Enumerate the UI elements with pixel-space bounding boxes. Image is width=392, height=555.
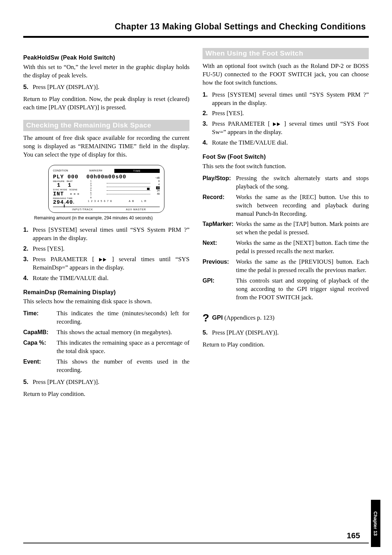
step-number: 1. [23,226,33,234]
step-text: Press [PLAY (DISPLAY)]. [33,378,189,386]
footswitch-step5: 5. Press [PLAY (DISPLAY)]. [203,329,369,337]
svg-marker-2 [273,122,276,126]
step-text: Press [SYSTEM] several times until “SYS … [33,226,189,243]
def-desc: This indicates the remaining space as a … [57,339,189,356]
step-text: Press PARAMETER [ ] several times until … [212,120,369,137]
lcd-frame: CONDITION MARKER# TIME PLY 000 MEASURE 1 [48,165,164,213]
def-term: Record: [203,193,236,201]
def-desc: This indicates the time (minutes/seconds… [57,309,189,326]
lcd-db-label: −dB [152,177,160,180]
lcd-db4: 4 [152,183,160,186]
def-term: Play/Stop: [203,174,236,182]
def-desc: Works the same as the [REC] button. Use … [236,193,369,218]
def-term: Previous: [203,258,236,266]
step-text: Press [YES]. [33,245,189,253]
step-number: 2. [203,109,212,118]
remaindsp-heading: RemainDsp (Remaining Display) [23,288,189,296]
remaindsp-defs: Time: This indicates the time (minutes/s… [23,309,189,374]
lcd-condition-label: CONDITION [53,169,68,172]
lcd-input-track: INPUT/TRACK [53,208,112,211]
def-term: Next: [203,239,236,247]
step-2: 2. Press [YES]. [203,109,369,118]
lcd-beat: 1 [67,183,73,188]
footsw-body: This sets the foot switch function. [203,162,369,171]
lcd-time-label: TIME [114,169,160,173]
step-5: 5. Press [PLAY (DISPLAY)]. [23,83,189,92]
def-next: Next: Works the same as the [NEXT] butto… [203,239,369,256]
forward-icon [99,258,107,262]
footsw-heading: Foot Sw (Foot Switch) [203,153,369,161]
lcd-ab: A B [125,199,138,203]
step-text: Press [YES]. [212,109,369,118]
footer-rule [23,543,369,543]
svg-marker-3 [277,122,280,126]
footsw-defs: Play/Stop: Pressing the switch alternate… [203,174,369,302]
step-text: Press [SYSTEM] several times until “SYS … [212,91,369,108]
step-text: Press [PLAY (DISPLAY)]. [212,329,369,337]
figure-caption: Remaining amount (in the example, 294 mi… [34,215,189,221]
gpi-label: GPI [212,314,222,321]
lcd-level-meters [107,180,150,199]
gpi-ref: (Appendices p. 123) [223,314,275,321]
step-number: 5. [203,329,212,337]
lcd-marker-label: MARKER# [89,169,102,172]
peakhold-steps: 5. Press [PLAY (DISPLAY)]. [23,83,189,92]
svg-marker-0 [99,258,102,262]
step-4: 4. Rotate the TIME/VALUE dial. [203,139,369,147]
footswitch-intro: With an optional foot switch (such as th… [203,62,369,87]
def-playstop: Play/Stop: Pressing the switch alternate… [203,174,369,191]
def-term: Event: [23,358,57,366]
step-2: 2. Press [YES]. [23,245,189,253]
lcd-scene: --- [69,191,80,197]
step-4: 4. Rotate the TIME/VALUE dial. [23,274,189,283]
lcd-rem-sec: 40 [66,199,73,206]
step-number: 5. [23,83,33,92]
step-3: 3. Press PARAMETER [ ] several times unt… [23,255,189,272]
lcd-ply: PLY 000 [53,174,86,180]
def-event: Event: This shows the number of events u… [23,358,189,374]
footswitch-steps: 1. Press [SYSTEM] several times until “S… [203,91,369,147]
lcd-tracks: 1 2 3 4 5 6 7 8 [88,199,125,203]
step-number: 5. [23,378,33,386]
step-5: 5. Press [PLAY (DISPLAY)]. [203,329,369,337]
def-previous: Previous: Works the same as the [PREVIOU… [203,258,369,275]
step-text: Press [PLAY (DISPLAY)]. [33,83,189,92]
lcd-measure: 1 [53,183,65,188]
def-capamb: CapaMB: This shows the actual memory (in… [23,328,189,337]
def-desc: Pressing the switch alternately starts a… [236,174,369,191]
peakholdsw-body: With this set to “On,” the level meter i… [23,63,189,80]
step-number: 2. [23,245,33,253]
step-number: 3. [203,120,212,128]
remaindsp-body: This selects how the remaining disk spac… [23,297,189,306]
lcd-rem-s-unit: s [73,202,74,204]
peakhold-return: Return to Play condition. Now, the peak … [23,95,189,112]
columns: PeakHoldSw (Peak Hold Switch) With this … [23,48,369,402]
step-number: 3. [23,255,33,264]
question-icon: ? [203,311,209,325]
step-1: 1. Press [SYSTEM] several times until “S… [203,91,369,108]
disk-return: Return to Play condition. [23,390,189,398]
footswitch-section-title: When Using the Foot Switch [203,48,369,59]
disk-intro: The amount of free disk space available … [23,134,189,159]
step-number: 4. [203,139,212,147]
disk-steps: 1. Press [SYSTEM] several times until “S… [23,226,189,283]
lcd-db12: 12 [156,186,160,190]
lcd-lr: L R [138,199,150,203]
def-tapmarker: TapMarker: Works the same as the [TAP] b… [203,220,369,237]
step-text: Rotate the TIME/VALUE dial. [212,139,369,147]
def-desc: This controls start and stopping of play… [236,277,369,302]
chapter-side-tab: Chapter 13 [371,500,380,547]
def-desc: This shows the number of events used in … [57,358,189,374]
forward-icon [273,122,281,126]
chapter-header: Chapter 13 Making Global Settings and Ch… [23,22,369,32]
lcd-db48: 48 [152,193,160,196]
page-number: 165 [347,531,360,540]
def-gpi: GPI: This controls start and stopping of… [203,277,369,302]
def-desc: Works the same as the [PREVIOUS] button.… [236,258,369,275]
step-1: 1. Press [SYSTEM] several times until “S… [23,226,189,243]
def-time: Time: This indicates the time (minutes/s… [23,309,189,326]
footswitch-return: Return to Play condition. [203,341,369,349]
header-rule [23,36,369,38]
def-term: CapaMB: [23,328,57,336]
def-desc: Works the same as the [NEXT] button. Eac… [236,239,369,256]
